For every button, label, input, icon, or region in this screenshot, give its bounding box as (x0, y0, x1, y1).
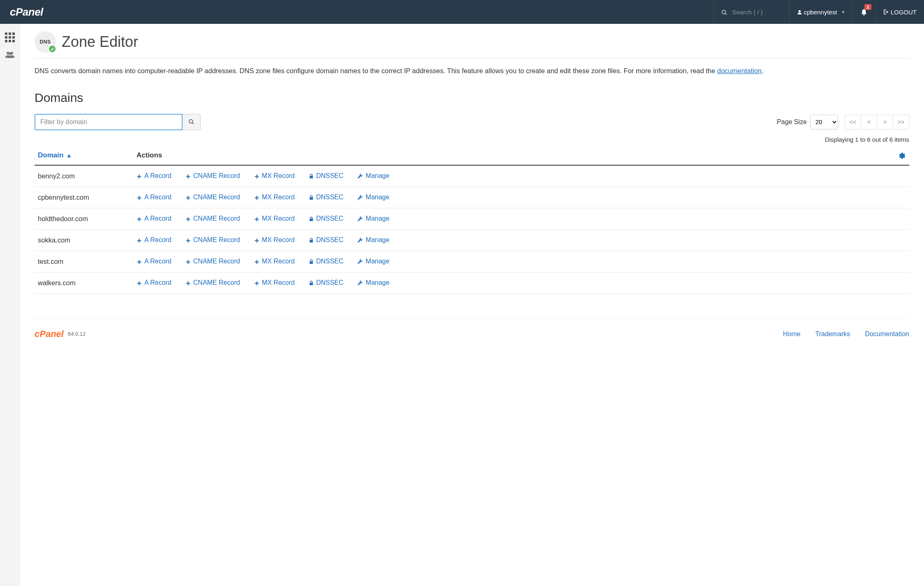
dnssec-link[interactable]: DNSSEC (309, 279, 344, 286)
add-mx-record-link[interactable]: MX Record (254, 172, 295, 180)
manage-link[interactable]: Manage (357, 215, 389, 222)
svg-rect-17 (137, 197, 141, 198)
notification-badge: 1 (864, 4, 871, 10)
col-domain-header[interactable]: Domain ▲ (35, 146, 133, 165)
svg-rect-15 (310, 176, 313, 178)
manage-link[interactable]: Manage (357, 279, 389, 286)
manage-link[interactable]: Manage (357, 236, 389, 244)
manage-link[interactable]: Manage (357, 172, 389, 180)
page-icon-text: DNS (40, 39, 51, 45)
pager-last-button[interactable]: >> (893, 115, 909, 129)
add-a-record-link[interactable]: A Record (137, 279, 171, 286)
table-row: sokka.comA RecordCNAME RecordMX RecordDN… (35, 229, 909, 251)
pencil-badge-icon (48, 45, 56, 53)
plus-icon (137, 258, 142, 265)
svg-point-7 (189, 120, 193, 123)
add-mx-record-link[interactable]: MX Record (254, 236, 295, 244)
plus-icon (185, 172, 191, 180)
pager-first-button[interactable]: << (845, 115, 861, 129)
svg-rect-26 (186, 219, 190, 219)
documentation-link[interactable]: documentation (717, 67, 762, 74)
add-cname-record-link[interactable]: CNAME Record (185, 215, 240, 222)
nav-apps[interactable] (0, 29, 20, 46)
search-icon (188, 119, 195, 125)
manage-link[interactable]: Manage (357, 194, 389, 201)
add-cname-record-link[interactable]: CNAME Record (185, 194, 240, 201)
add-mx-record-link[interactable]: MX Record (254, 194, 295, 201)
svg-rect-50 (310, 283, 313, 285)
pager-prev-button[interactable]: < (861, 115, 877, 129)
pager-next-button[interactable]: > (877, 115, 893, 129)
table-row: walkers.comA RecordCNAME RecordMX Record… (35, 272, 909, 293)
notifications-button[interactable]: 1 (852, 0, 875, 24)
wrench-icon (357, 215, 363, 222)
username-label: cpbennytest (804, 9, 837, 16)
footer-version: 64.0.12 (68, 331, 86, 337)
search-input[interactable] (732, 9, 782, 16)
user-menu[interactable]: cpbennytest ▼ (789, 0, 853, 24)
lock-icon (309, 258, 314, 265)
add-cname-record-link[interactable]: CNAME Record (185, 258, 240, 265)
add-mx-record-link[interactable]: MX Record (254, 279, 295, 286)
plus-icon (137, 236, 142, 244)
add-a-record-link[interactable]: A Record (137, 172, 171, 180)
svg-rect-28 (255, 219, 259, 219)
col-actions-header: Actions (133, 146, 893, 165)
cpanel-logo[interactable]: cPanel (0, 6, 53, 18)
dnssec-link[interactable]: DNSSEC (309, 258, 344, 265)
logout-button[interactable]: LOGOUT (875, 0, 924, 24)
table-row: benny2.comA RecordCNAME RecordMX RecordD… (35, 165, 909, 187)
dnssec-link[interactable]: DNSSEC (309, 172, 344, 180)
svg-rect-47 (186, 283, 190, 284)
add-mx-record-link[interactable]: MX Record (254, 215, 295, 222)
footer-home-link[interactable]: Home (783, 330, 801, 338)
add-mx-record-link[interactable]: MX Record (254, 258, 295, 265)
filter-input[interactable] (35, 114, 183, 130)
dnssec-link[interactable]: DNSSEC (309, 215, 344, 222)
dnssec-link[interactable]: DNSSEC (309, 194, 344, 201)
domain-cell: holdthedoor.com (35, 208, 133, 229)
dnssec-link[interactable]: DNSSEC (309, 236, 344, 244)
page-title: Zone Editor (62, 33, 138, 51)
svg-point-0 (722, 10, 725, 14)
logout-label: LOGOUT (891, 9, 917, 16)
svg-rect-42 (255, 261, 259, 262)
logout-icon (883, 9, 889, 15)
add-cname-record-link[interactable]: CNAME Record (185, 279, 240, 286)
add-cname-record-link[interactable]: CNAME Record (185, 172, 240, 180)
domain-cell: sokka.com (35, 229, 133, 251)
svg-rect-14 (255, 176, 259, 177)
plus-icon (185, 215, 191, 222)
plus-icon (185, 236, 191, 244)
nav-users[interactable] (0, 46, 20, 63)
pagesize-label: Page Size (777, 118, 807, 126)
lock-icon (309, 194, 314, 201)
search-icon (721, 8, 727, 16)
wrench-icon (357, 172, 363, 180)
add-a-record-link[interactable]: A Record (137, 194, 171, 201)
filter-search-button[interactable] (183, 114, 201, 130)
footer-logo: cPanel (35, 329, 64, 339)
plus-icon (137, 279, 142, 286)
col-domain-label: Domain (38, 151, 63, 159)
footer-trademarks-link[interactable]: Trademarks (815, 330, 850, 338)
table-row: cpbennytest.comA RecordCNAME RecordMX Re… (35, 187, 909, 208)
manage-link[interactable]: Manage (357, 258, 389, 265)
svg-rect-12 (186, 176, 190, 177)
svg-rect-24 (137, 219, 141, 219)
pagesize-select[interactable]: 20 (810, 115, 838, 129)
add-a-record-link[interactable]: A Record (137, 215, 171, 222)
grid-icon (5, 32, 15, 42)
svg-rect-10 (137, 176, 141, 177)
add-cname-record-link[interactable]: CNAME Record (185, 236, 240, 244)
page-description: DNS converts domain names into computer-… (35, 66, 909, 76)
table-row: holdthedoor.comA RecordCNAME RecordMX Re… (35, 208, 909, 229)
svg-rect-22 (310, 197, 313, 200)
footer: cPanel 64.0.12 Home Trademarks Documenta… (35, 318, 909, 339)
gear-icon[interactable] (899, 151, 906, 159)
add-a-record-link[interactable]: A Record (137, 236, 171, 244)
add-a-record-link[interactable]: A Record (137, 258, 171, 265)
footer-documentation-link[interactable]: Documentation (865, 330, 909, 338)
description-suffix: . (762, 67, 764, 74)
svg-line-8 (192, 123, 194, 124)
